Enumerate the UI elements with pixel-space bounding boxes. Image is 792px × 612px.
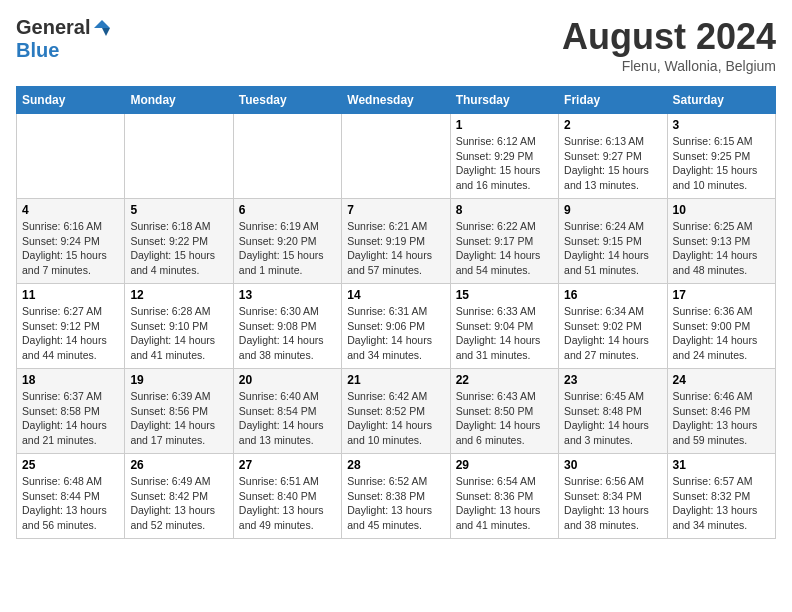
weekday-header: Thursday: [450, 87, 558, 114]
day-info: Sunrise: 6:30 AMSunset: 9:08 PMDaylight:…: [239, 304, 336, 363]
calendar-cell: [233, 114, 341, 199]
day-number: 27: [239, 458, 336, 472]
calendar-cell: 25Sunrise: 6:48 AMSunset: 8:44 PMDayligh…: [17, 454, 125, 539]
day-number: 23: [564, 373, 661, 387]
calendar-cell: 28Sunrise: 6:52 AMSunset: 8:38 PMDayligh…: [342, 454, 450, 539]
calendar-cell: 20Sunrise: 6:40 AMSunset: 8:54 PMDayligh…: [233, 369, 341, 454]
weekday-header: Wednesday: [342, 87, 450, 114]
day-number: 16: [564, 288, 661, 302]
day-info: Sunrise: 6:40 AMSunset: 8:54 PMDaylight:…: [239, 389, 336, 448]
day-number: 22: [456, 373, 553, 387]
calendar-cell: 24Sunrise: 6:46 AMSunset: 8:46 PMDayligh…: [667, 369, 775, 454]
calendar-table: SundayMondayTuesdayWednesdayThursdayFrid…: [16, 86, 776, 539]
weekday-header: Friday: [559, 87, 667, 114]
calendar-cell: [125, 114, 233, 199]
day-number: 20: [239, 373, 336, 387]
day-number: 19: [130, 373, 227, 387]
weekday-header-row: SundayMondayTuesdayWednesdayThursdayFrid…: [17, 87, 776, 114]
day-info: Sunrise: 6:19 AMSunset: 9:20 PMDaylight:…: [239, 219, 336, 278]
day-info: Sunrise: 6:57 AMSunset: 8:32 PMDaylight:…: [673, 474, 770, 533]
location: Flenu, Wallonia, Belgium: [562, 58, 776, 74]
week-row: 11Sunrise: 6:27 AMSunset: 9:12 PMDayligh…: [17, 284, 776, 369]
calendar-cell: 6Sunrise: 6:19 AMSunset: 9:20 PMDaylight…: [233, 199, 341, 284]
day-number: 3: [673, 118, 770, 132]
day-info: Sunrise: 6:15 AMSunset: 9:25 PMDaylight:…: [673, 134, 770, 193]
day-info: Sunrise: 6:34 AMSunset: 9:02 PMDaylight:…: [564, 304, 661, 363]
weekday-header: Monday: [125, 87, 233, 114]
day-info: Sunrise: 6:51 AMSunset: 8:40 PMDaylight:…: [239, 474, 336, 533]
calendar-cell: 17Sunrise: 6:36 AMSunset: 9:00 PMDayligh…: [667, 284, 775, 369]
day-info: Sunrise: 6:33 AMSunset: 9:04 PMDaylight:…: [456, 304, 553, 363]
day-number: 21: [347, 373, 444, 387]
day-number: 4: [22, 203, 119, 217]
day-info: Sunrise: 6:12 AMSunset: 9:29 PMDaylight:…: [456, 134, 553, 193]
calendar-cell: 18Sunrise: 6:37 AMSunset: 8:58 PMDayligh…: [17, 369, 125, 454]
calendar-cell: 30Sunrise: 6:56 AMSunset: 8:34 PMDayligh…: [559, 454, 667, 539]
day-number: 30: [564, 458, 661, 472]
calendar-cell: 22Sunrise: 6:43 AMSunset: 8:50 PMDayligh…: [450, 369, 558, 454]
day-info: Sunrise: 6:25 AMSunset: 9:13 PMDaylight:…: [673, 219, 770, 278]
logo-icon: [92, 18, 112, 38]
svg-marker-1: [102, 28, 110, 36]
day-info: Sunrise: 6:16 AMSunset: 9:24 PMDaylight:…: [22, 219, 119, 278]
month-title: August 2024: [562, 16, 776, 58]
calendar-cell: 2Sunrise: 6:13 AMSunset: 9:27 PMDaylight…: [559, 114, 667, 199]
day-number: 24: [673, 373, 770, 387]
calendar-cell: 11Sunrise: 6:27 AMSunset: 9:12 PMDayligh…: [17, 284, 125, 369]
calendar-cell: [17, 114, 125, 199]
calendar-cell: 12Sunrise: 6:28 AMSunset: 9:10 PMDayligh…: [125, 284, 233, 369]
day-number: 31: [673, 458, 770, 472]
week-row: 18Sunrise: 6:37 AMSunset: 8:58 PMDayligh…: [17, 369, 776, 454]
day-info: Sunrise: 6:39 AMSunset: 8:56 PMDaylight:…: [130, 389, 227, 448]
day-info: Sunrise: 6:54 AMSunset: 8:36 PMDaylight:…: [456, 474, 553, 533]
day-number: 18: [22, 373, 119, 387]
day-info: Sunrise: 6:49 AMSunset: 8:42 PMDaylight:…: [130, 474, 227, 533]
day-info: Sunrise: 6:28 AMSunset: 9:10 PMDaylight:…: [130, 304, 227, 363]
day-number: 12: [130, 288, 227, 302]
day-info: Sunrise: 6:42 AMSunset: 8:52 PMDaylight:…: [347, 389, 444, 448]
weekday-header: Tuesday: [233, 87, 341, 114]
svg-marker-0: [94, 20, 110, 28]
day-info: Sunrise: 6:37 AMSunset: 8:58 PMDaylight:…: [22, 389, 119, 448]
calendar-cell: 31Sunrise: 6:57 AMSunset: 8:32 PMDayligh…: [667, 454, 775, 539]
day-number: 15: [456, 288, 553, 302]
title-block: August 2024 Flenu, Wallonia, Belgium: [562, 16, 776, 74]
day-info: Sunrise: 6:36 AMSunset: 9:00 PMDaylight:…: [673, 304, 770, 363]
calendar-cell: 15Sunrise: 6:33 AMSunset: 9:04 PMDayligh…: [450, 284, 558, 369]
day-number: 25: [22, 458, 119, 472]
weekday-header: Sunday: [17, 87, 125, 114]
day-number: 26: [130, 458, 227, 472]
day-number: 28: [347, 458, 444, 472]
day-info: Sunrise: 6:48 AMSunset: 8:44 PMDaylight:…: [22, 474, 119, 533]
day-number: 9: [564, 203, 661, 217]
calendar-cell: 16Sunrise: 6:34 AMSunset: 9:02 PMDayligh…: [559, 284, 667, 369]
day-number: 17: [673, 288, 770, 302]
day-number: 29: [456, 458, 553, 472]
day-info: Sunrise: 6:43 AMSunset: 8:50 PMDaylight:…: [456, 389, 553, 448]
calendar-cell: 1Sunrise: 6:12 AMSunset: 9:29 PMDaylight…: [450, 114, 558, 199]
day-number: 2: [564, 118, 661, 132]
day-info: Sunrise: 6:31 AMSunset: 9:06 PMDaylight:…: [347, 304, 444, 363]
day-info: Sunrise: 6:21 AMSunset: 9:19 PMDaylight:…: [347, 219, 444, 278]
day-number: 6: [239, 203, 336, 217]
week-row: 4Sunrise: 6:16 AMSunset: 9:24 PMDaylight…: [17, 199, 776, 284]
day-number: 11: [22, 288, 119, 302]
page-header: General Blue August 2024 Flenu, Wallonia…: [16, 16, 776, 74]
day-info: Sunrise: 6:18 AMSunset: 9:22 PMDaylight:…: [130, 219, 227, 278]
day-number: 8: [456, 203, 553, 217]
calendar-cell: 7Sunrise: 6:21 AMSunset: 9:19 PMDaylight…: [342, 199, 450, 284]
day-number: 10: [673, 203, 770, 217]
calendar-cell: 29Sunrise: 6:54 AMSunset: 8:36 PMDayligh…: [450, 454, 558, 539]
day-info: Sunrise: 6:56 AMSunset: 8:34 PMDaylight:…: [564, 474, 661, 533]
day-info: Sunrise: 6:45 AMSunset: 8:48 PMDaylight:…: [564, 389, 661, 448]
day-info: Sunrise: 6:24 AMSunset: 9:15 PMDaylight:…: [564, 219, 661, 278]
calendar-cell: 21Sunrise: 6:42 AMSunset: 8:52 PMDayligh…: [342, 369, 450, 454]
day-number: 14: [347, 288, 444, 302]
day-number: 13: [239, 288, 336, 302]
day-info: Sunrise: 6:27 AMSunset: 9:12 PMDaylight:…: [22, 304, 119, 363]
calendar-cell: 9Sunrise: 6:24 AMSunset: 9:15 PMDaylight…: [559, 199, 667, 284]
calendar-cell: 4Sunrise: 6:16 AMSunset: 9:24 PMDaylight…: [17, 199, 125, 284]
calendar-cell: 8Sunrise: 6:22 AMSunset: 9:17 PMDaylight…: [450, 199, 558, 284]
day-info: Sunrise: 6:22 AMSunset: 9:17 PMDaylight:…: [456, 219, 553, 278]
day-number: 7: [347, 203, 444, 217]
